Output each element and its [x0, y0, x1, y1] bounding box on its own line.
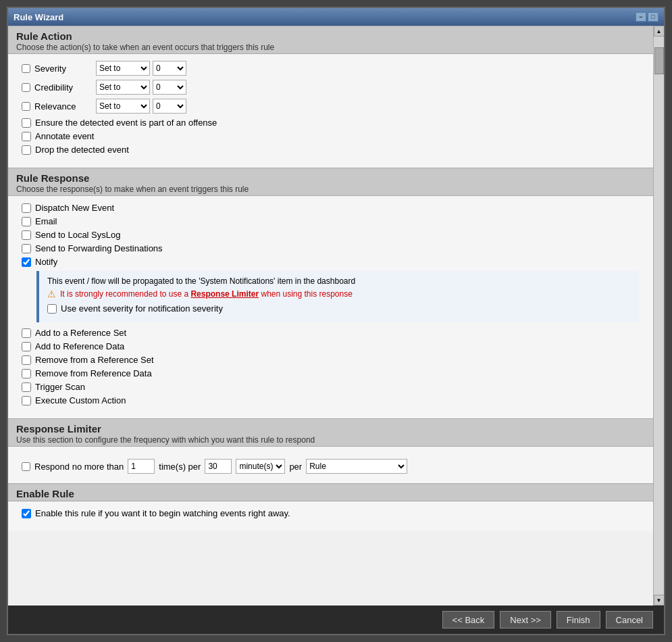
- notify-warn-line: ⚠ It is strongly recommended to use a Re…: [47, 289, 631, 299]
- rule-response-title: Rule Response: [16, 172, 645, 184]
- scroll-down-arrow[interactable]: ▼: [654, 595, 665, 606]
- severity-row: Severity Set to Increase by Decrease by …: [22, 61, 640, 76]
- scroll-thumb[interactable]: [654, 47, 664, 74]
- response-limiter-link[interactable]: Response Limiter: [190, 289, 259, 299]
- trigger-scan-checkbox[interactable]: [22, 382, 31, 392]
- relevance-checkbox[interactable]: [22, 102, 30, 111]
- drop-event-checkbox[interactable]: [22, 145, 31, 155]
- enable-rule-row: Enable this rule if you want it to begin…: [22, 508, 640, 518]
- rule-response-desc: Choose the response(s) to make when an e…: [16, 184, 645, 194]
- finish-button[interactable]: Finish: [557, 611, 600, 628]
- warning-icon: ⚠: [47, 289, 56, 299]
- enable-rule-label: Enable this rule if you want it to begin…: [35, 508, 290, 518]
- credibility-checkbox[interactable]: [22, 83, 30, 92]
- notify-box-text: This event / flow will be propagated to …: [47, 276, 631, 286]
- drop-event-label: Drop the detected event: [35, 145, 129, 155]
- rule-response-body: Dispatch New Event Email Send to Local S…: [8, 196, 653, 418]
- email-label: Email: [35, 216, 57, 226]
- rule-action-title: Rule Action: [16, 30, 645, 42]
- cancel-button[interactable]: Cancel: [606, 611, 653, 628]
- annotate-event-row: Annotate event: [22, 131, 640, 141]
- send-forwarding-checkbox[interactable]: [22, 244, 31, 253]
- per-dropdown[interactable]: Rule Source IP Destination IP Event Name: [306, 459, 407, 474]
- trigger-scan-row: Trigger Scan: [22, 382, 640, 392]
- relevance-set-to-select[interactable]: Set to Increase by Decrease by: [96, 99, 150, 114]
- enable-rule-body: Enable this rule if you want it to begin…: [8, 501, 653, 531]
- severity-checkbox[interactable]: [22, 64, 30, 73]
- relevance-value-select[interactable]: 012: [153, 99, 186, 114]
- add-to-ref-data-checkbox[interactable]: [22, 342, 31, 351]
- ensure-offense-checkbox[interactable]: [22, 118, 31, 128]
- credibility-label: Credibility: [22, 82, 96, 93]
- respond-no-more-row: Respond no more than time(s) per minute(…: [22, 459, 640, 474]
- restore-button[interactable]: □: [648, 12, 658, 22]
- enable-rule-header: Enable Rule: [8, 483, 653, 501]
- add-to-ref-data-row: Add to Reference Data: [22, 341, 640, 351]
- email-checkbox[interactable]: [22, 217, 31, 226]
- use-event-severity-row: Use event severity for notification seve…: [47, 303, 631, 314]
- enable-rule-title: Enable Rule: [16, 488, 645, 499]
- execute-custom-label: Execute Custom Action: [35, 395, 126, 405]
- notify-info-box: This event / flow will be propagated to …: [36, 271, 640, 322]
- use-event-severity-label: Use event severity for notification seve…: [61, 303, 223, 314]
- scroll-content: Rule Action Choose the action(s) to take…: [8, 26, 653, 606]
- content-area: Rule Action Choose the action(s) to take…: [8, 26, 664, 606]
- bottom-spacer: [8, 531, 653, 551]
- add-to-ref-set-row: Add to a Reference Set: [22, 328, 640, 338]
- send-local-syslog-label: Send to Local SysLog: [35, 230, 120, 240]
- scroll-up-arrow[interactable]: ▲: [654, 26, 665, 36]
- send-forwarding-row: Send to Forwarding Destinations: [22, 243, 640, 253]
- notify-warn-text: It is strongly recommended to use a Resp…: [60, 289, 353, 299]
- per-value-input[interactable]: [205, 459, 232, 474]
- second-per-label: per: [289, 462, 302, 472]
- credibility-set-to-select[interactable]: Set to Increase by Decrease by: [96, 80, 150, 95]
- severity-label: Severity: [22, 64, 96, 74]
- credibility-value-select[interactable]: 012: [153, 80, 186, 95]
- notify-checkbox[interactable]: [22, 257, 31, 267]
- annotate-event-label: Annotate event: [35, 131, 94, 141]
- rule-response-header: Rule Response Choose the response(s) to …: [8, 168, 653, 196]
- title-bar-buttons: − □: [636, 12, 658, 22]
- notify-label: Notify: [35, 257, 57, 267]
- add-to-ref-set-label: Add to a Reference Set: [35, 328, 126, 338]
- times-input[interactable]: [128, 459, 155, 474]
- respond-label: Respond no more than: [34, 462, 124, 472]
- send-local-syslog-checkbox[interactable]: [22, 230, 31, 240]
- remove-from-ref-set-checkbox[interactable]: [22, 355, 31, 365]
- relevance-row: Relevance Set to Increase by Decrease by…: [22, 99, 640, 114]
- credibility-row: Credibility Set to Increase by Decrease …: [22, 80, 640, 95]
- scrollbar[interactable]: ▲ ▼: [653, 26, 664, 606]
- ensure-offense-label: Ensure the detected event is part of an …: [35, 118, 217, 128]
- email-row: Email: [22, 216, 640, 226]
- remove-from-ref-set-row: Remove from a Reference Set: [22, 355, 640, 365]
- window-title: Rule Wizard: [14, 12, 63, 22]
- rule-action-desc: Choose the action(s) to take when an eve…: [16, 43, 645, 52]
- remove-from-ref-data-row: Remove from Reference Data: [22, 368, 640, 378]
- dispatch-new-event-checkbox[interactable]: [22, 203, 31, 213]
- rule-wizard-window: Rule Wizard − □ Rule Action Choose the a…: [7, 7, 665, 635]
- remove-from-ref-set-label: Remove from a Reference Set: [35, 355, 154, 365]
- per-label: time(s) per: [159, 462, 201, 472]
- minimize-button[interactable]: −: [636, 12, 646, 22]
- back-button[interactable]: << Back: [442, 611, 495, 628]
- send-local-syslog-row: Send to Local SysLog: [22, 230, 640, 240]
- remove-from-ref-data-checkbox[interactable]: [22, 369, 31, 378]
- footer-bar: << Back Next >> Finish Cancel: [8, 606, 664, 634]
- rule-action-body: Severity Set to Increase by Decrease by …: [8, 54, 653, 168]
- execute-custom-checkbox[interactable]: [22, 396, 31, 405]
- add-to-ref-set-checkbox[interactable]: [22, 328, 31, 338]
- send-forwarding-label: Send to Forwarding Destinations: [35, 243, 163, 253]
- respond-no-more-checkbox[interactable]: [22, 462, 30, 471]
- unit-select[interactable]: minute(s) hour(s) day(s): [236, 459, 285, 474]
- response-limiter-title: Response Limiter: [16, 423, 645, 435]
- remove-from-ref-data-label: Remove from Reference Data: [35, 368, 152, 378]
- enable-rule-checkbox[interactable]: [22, 509, 31, 518]
- severity-value-select[interactable]: 012345: [153, 61, 186, 76]
- use-event-severity-checkbox[interactable]: [47, 304, 57, 314]
- relevance-label: Relevance: [22, 101, 96, 112]
- response-limiter-header: Response Limiter Use this section to con…: [8, 418, 653, 447]
- annotate-event-checkbox[interactable]: [22, 132, 31, 141]
- add-to-ref-data-label: Add to Reference Data: [35, 341, 124, 351]
- next-button[interactable]: Next >>: [500, 611, 551, 628]
- severity-set-to-select[interactable]: Set to Increase by Decrease by: [96, 61, 150, 76]
